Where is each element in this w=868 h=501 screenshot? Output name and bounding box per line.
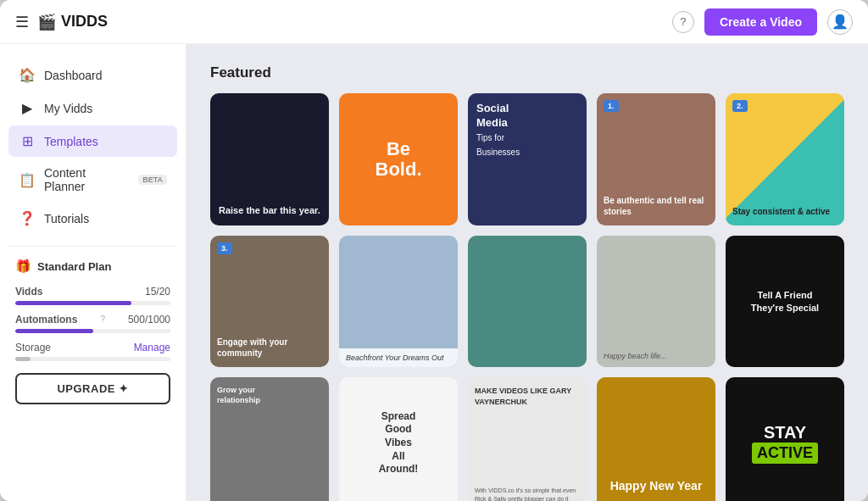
template-card[interactable]: 3. Engage with your community	[210, 236, 329, 368]
automations-stat: Automations ? 500/1000	[15, 314, 170, 333]
automations-progress-fill	[15, 329, 93, 333]
template-card[interactable]: MAKE VIDEOS LIKE GARY VAYNERCHUK With VI…	[468, 377, 587, 501]
template-card[interactable]: Beachfront Your Dreams Out	[339, 236, 458, 368]
template-card[interactable]: Grow yourrelationship	[210, 377, 329, 501]
sidebar-item-dashboard[interactable]: 🏠 Dashboard	[8, 59, 177, 91]
logo-text: VIDDS	[61, 13, 108, 31]
template-card[interactable]: SpreadGoodVibesAllAround!	[339, 377, 458, 501]
manage-link[interactable]: Manage	[134, 342, 170, 353]
featured-grid: Raise the bar this year. BeBold. SocialM…	[210, 93, 844, 501]
sidebar-item-tutorials[interactable]: ❓ Tutorials	[8, 203, 177, 234]
play-icon: ▶	[19, 100, 36, 116]
template-card[interactable]: BeBold.	[339, 93, 458, 225]
vidds-value: 15/20	[145, 286, 170, 298]
active-text: ACTIVE	[752, 443, 818, 464]
template-card[interactable]: Raise the bar this year.	[210, 93, 329, 225]
plan-section: 🎁 Standard Plan Vidds 15/20 Automations	[0, 259, 186, 404]
question-icon: ❓	[19, 210, 36, 226]
plan-title: 🎁 Standard Plan	[15, 259, 170, 274]
menu-icon[interactable]: ☰	[15, 13, 29, 31]
sidebar-item-templates[interactable]: ⊞ Templates	[8, 125, 177, 157]
template-card[interactable]: Happy New Year	[597, 377, 715, 501]
titlebar-right: ? Create a Video 👤	[672, 8, 853, 36]
beta-badge: BETA	[138, 175, 167, 185]
nav-items: 🏠 Dashboard ▶ My Vidds ⊞ Templates 📋 Con…	[0, 59, 186, 234]
grid-icon: ⊞	[19, 133, 36, 149]
template-card[interactable]: Happy beach life...	[597, 236, 715, 368]
storage-label: Storage	[15, 342, 51, 353]
titlebar: ☰ 🎬 VIDDS ? Create a Video 👤	[0, 0, 868, 44]
featured-section-title: Featured	[210, 64, 844, 81]
sidebar-item-label: Tutorials	[44, 212, 89, 225]
vidds-stat: Vidds 15/20	[15, 286, 170, 305]
sidebar: 🏠 Dashboard ▶ My Vidds ⊞ Templates 📋 Con…	[0, 44, 186, 501]
help-button[interactable]: ?	[672, 11, 694, 33]
template-card[interactable]: 2. Stay consistent & active	[726, 93, 844, 225]
automations-help[interactable]: ?	[100, 314, 105, 326]
stay-active-overlay: STAY ACTIVE	[752, 423, 818, 464]
sidebar-item-label: Templates	[44, 135, 98, 148]
vidds-progress-fill	[15, 301, 131, 305]
stay-text: STAY	[752, 423, 818, 443]
storage-progress-fill	[15, 357, 31, 361]
home-icon: 🏠	[19, 67, 36, 83]
gift-icon: 🎁	[15, 259, 31, 274]
avatar-button[interactable]: 👤	[827, 9, 853, 35]
automations-label: Automations	[15, 314, 77, 326]
storage-row: Storage Manage	[15, 342, 170, 353]
template-card[interactable]	[468, 236, 587, 368]
app-window: ☰ 🎬 VIDDS ? Create a Video 👤 🏠 Dashboard	[0, 0, 868, 501]
vidds-label: Vidds	[15, 286, 42, 298]
sidebar-divider	[8, 246, 177, 247]
create-video-button[interactable]: Create a Video	[704, 8, 817, 36]
automations-progress-bg	[15, 329, 170, 333]
main-layout: 🏠 Dashboard ▶ My Vidds ⊞ Templates 📋 Con…	[0, 44, 868, 501]
logo: 🎬 VIDDS	[37, 13, 108, 31]
automations-value: 500/1000	[128, 314, 170, 326]
sidebar-item-myvidds[interactable]: ▶ My Vidds	[8, 92, 177, 124]
avatar-icon: 👤	[832, 14, 849, 30]
logo-icon: 🎬	[37, 13, 56, 31]
template-card[interactable]: STAY ACTIVE	[726, 377, 844, 501]
sidebar-item-content-planner[interactable]: 📋 Content Planner BETA	[8, 159, 177, 201]
template-card[interactable]: 1. Be authentic and tell real stories	[597, 93, 715, 225]
content-area: Featured Raise the bar this year. BeBold…	[186, 44, 868, 501]
vidds-progress-bg	[15, 301, 170, 305]
clipboard-icon: 📋	[19, 172, 36, 188]
sidebar-item-label: My Vidds	[44, 102, 92, 115]
template-card[interactable]: Tell A FriendThey're Special	[726, 236, 844, 368]
sidebar-item-label: Content Planner	[44, 166, 128, 193]
sidebar-item-label: Dashboard	[44, 69, 103, 82]
upgrade-button[interactable]: UPGRADE ✦	[15, 373, 170, 404]
storage-progress-bg	[15, 357, 170, 361]
titlebar-left: ☰ 🎬 VIDDS	[15, 13, 672, 31]
plan-title-text: Standard Plan	[37, 260, 111, 273]
template-card[interactable]: SocialMediaTips forBusinesses	[468, 93, 587, 225]
